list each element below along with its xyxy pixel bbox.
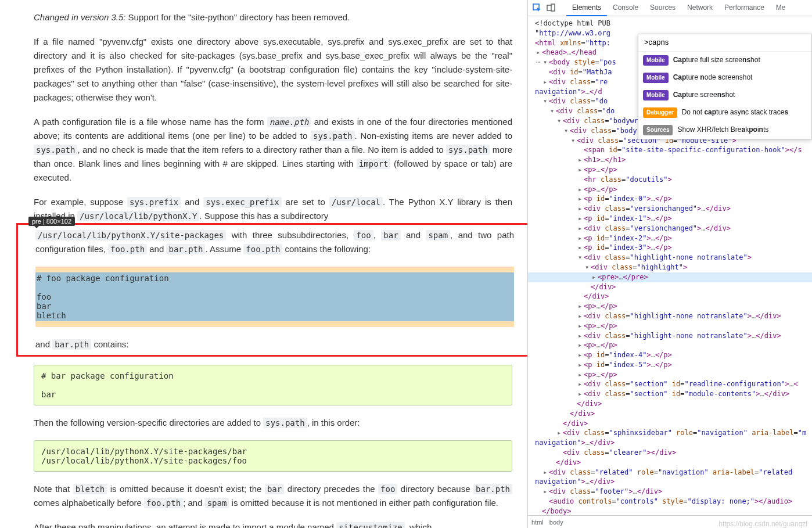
tree-node[interactable]: ▸<p>…</p> (528, 301, 812, 311)
inspector-highlight-region: pre | 800×102 /usr/local/lib/pythonX.Y/s… (16, 223, 527, 357)
command-menu-popup: MobileCapture full size screenshotMobile… (638, 34, 812, 139)
tree-node[interactable]: </div> (528, 419, 812, 429)
elements-tree[interactable]: MobileCapture full size screenshotMobile… (528, 16, 812, 515)
tree-node[interactable]: ▸<p id="index-1">…</p> (528, 214, 812, 224)
tree-node[interactable]: navigation">…</div> (528, 477, 812, 487)
watermark: https://blog.csdn.net/guanqzl (718, 520, 807, 528)
codeblock-syspath: /usr/local/lib/pythonX.Y/site-packages/b… (34, 440, 512, 472)
command-badge: Mobile (643, 73, 669, 83)
version-changed: Changed in version 3.5: Support for the … (34, 10, 512, 24)
tree-node[interactable]: ▸<div class="footer">…</div> (528, 487, 812, 497)
tree-node[interactable]: ▸<div class="section" id="module-content… (528, 389, 812, 399)
command-badge: Mobile (643, 55, 669, 66)
inspector-tooltip: pre | 800×102 (28, 217, 75, 226)
tree-node[interactable]: ▸<p id="index-2">…</p> (528, 234, 812, 243)
command-menu-item[interactable]: MobileCapture full size screenshot (638, 52, 811, 69)
tree-node[interactable]: <div class="clearer"></div> (528, 448, 812, 458)
tree-node[interactable]: <hr class="docutils"> (528, 175, 812, 185)
tree-node[interactable]: <!doctype html PUB (528, 19, 812, 28)
para-then: Then the following version-specific dire… (34, 416, 512, 430)
command-menu-item[interactable]: SourcesShow XHR/fetch Breakpoints (638, 121, 811, 139)
tree-node[interactable]: ▸<p id="index-0">…</p> (528, 194, 812, 204)
crumb-html[interactable]: html (531, 519, 544, 526)
tree-node[interactable]: ▸<p>…</p> (528, 340, 812, 350)
tree-node[interactable]: ▸<p id="index-5">…</p> (528, 360, 812, 370)
tree-node[interactable]: ▸<div class="versionchanged">…</div> (528, 204, 812, 214)
tree-node[interactable]: </body> (528, 507, 812, 515)
elements-breadcrumbs: html body https://blog.csdn.net/guanqzl (528, 515, 812, 528)
tree-node[interactable]: </div> (528, 282, 812, 292)
codeblock-bar: # bar package configuration bar (34, 365, 512, 405)
tree-node[interactable]: ▸<p>…</p> (528, 370, 812, 380)
devtools-tab-me[interactable]: Me (770, 0, 792, 16)
tree-node[interactable]: ▸<p id="index-3">…</p> (528, 243, 812, 253)
para-example: For example, suppose sys.prefix and sys.… (34, 195, 512, 223)
tree-node[interactable]: ▸<div class="highlight-none notranslate"… (528, 331, 812, 341)
crumb-body[interactable]: body (549, 519, 563, 526)
tree-node[interactable]: <span id="site-site-specific-configurati… (528, 145, 812, 155)
command-menu-item[interactable]: DebuggerDo not capture async stack trace… (638, 104, 811, 121)
command-menu-item[interactable]: MobileCapture node screenshot (638, 69, 811, 87)
para-pathconfig: A path configuration file is a file whos… (34, 115, 512, 185)
tree-node[interactable]: ▾<div class="highlight"> (528, 263, 812, 272)
tree-node[interactable]: ▸<div class="highlight-none notranslate"… (528, 311, 812, 321)
devtools-tab-performance[interactable]: Performance (718, 0, 770, 16)
tree-node[interactable]: ▸<div class="related" role="navigation" … (528, 468, 812, 477)
devtools-tab-sources[interactable]: Sources (644, 0, 681, 16)
tree-node[interactable]: ▸<pre>…</pre> (528, 272, 812, 282)
command-search (638, 34, 811, 52)
command-label: Show XHR/fetch Breakpoints (677, 125, 768, 135)
tree-node[interactable]: </div> (528, 399, 812, 409)
inspect-icon[interactable] (531, 2, 543, 14)
command-search-input[interactable] (644, 38, 806, 46)
page-content[interactable]: Changed in version 3.5: Support for the … (0, 0, 527, 528)
svg-rect-2 (551, 4, 555, 11)
tree-node[interactable]: ▸<div class="sphinxsidebar" role="naviga… (528, 428, 812, 438)
devtools-tab-network[interactable]: Network (681, 0, 718, 16)
command-menu-item[interactable]: MobileCapture screenshot (638, 87, 811, 104)
para-note: Note that bletch is omitted because it d… (34, 482, 512, 510)
tree-node[interactable]: ▸<p>…</p> (528, 165, 812, 175)
devtools-tab-elements[interactable]: Elements (566, 0, 607, 16)
tree-node[interactable]: </div> (528, 292, 812, 301)
command-badge: Sources (643, 125, 673, 135)
devtools-tab-console[interactable]: Console (607, 0, 644, 16)
tree-node[interactable]: </div> (528, 458, 812, 468)
device-toggle-icon[interactable] (545, 2, 557, 14)
tree-node[interactable]: ▸<p>…</p> (528, 321, 812, 331)
devtools-toolbar: ElementsConsoleSourcesNetworkPerformance… (528, 0, 812, 16)
tree-node[interactable]: navigation">…</div> (528, 438, 812, 448)
para-after: After these path manipulations, an attem… (34, 520, 512, 528)
tree-node[interactable]: <audio controls="controls" style="displa… (528, 497, 812, 507)
inspector-highlight-padding: # foo package configuration foo bar blet… (35, 272, 514, 321)
inspector-highlight-margin: # foo package configuration foo bar blet… (35, 267, 514, 327)
tree-node[interactable]: ▸<p>…</p> (528, 185, 812, 195)
command-label: Capture full size screenshot (673, 55, 760, 65)
command-label: Do not capture async stack traces (682, 107, 788, 117)
tree-node[interactable]: ▸<p id="index-4">…</p> (528, 350, 812, 360)
tree-node[interactable]: ▸<h1>…</h1> (528, 155, 812, 165)
tree-node[interactable]: </div> (528, 409, 812, 419)
command-label: Capture node screenshot (673, 73, 753, 82)
command-badge: Mobile (643, 90, 669, 100)
command-badge: Debugger (643, 107, 677, 118)
para-pyvenv: If a file named "pyvenv.cfg" exists one … (34, 35, 512, 105)
codeblock-foo: # foo package configuration foo bar blet… (35, 272, 514, 321)
tree-node[interactable]: ▸<div class="versionchanged">…</div> (528, 224, 812, 234)
tree-node[interactable]: ▸<div class="section" id="readline-confi… (528, 379, 812, 389)
devtools-panel: ElementsConsoleSourcesNetworkPerformance… (527, 0, 812, 528)
command-label: Capture screenshot (673, 90, 735, 100)
tree-node[interactable]: ▾<div class="highlight-none notranslate"… (528, 253, 812, 263)
